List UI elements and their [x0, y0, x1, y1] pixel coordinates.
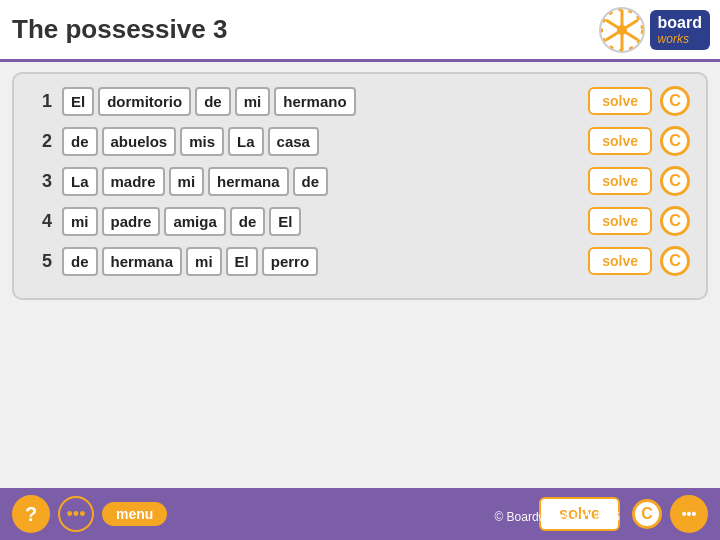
- c-button-2[interactable]: C: [660, 126, 690, 156]
- logo-text-box: board works: [650, 10, 710, 50]
- solve-button-3[interactable]: solve: [588, 167, 652, 195]
- word-tiles-1: El dormitorio de mi hermano: [62, 87, 576, 116]
- copyright-text: © Boardworks Ltd 2005: [494, 510, 620, 524]
- word-tile[interactable]: La: [228, 127, 264, 156]
- word-tile[interactable]: de: [195, 87, 231, 116]
- word-tile[interactable]: La: [62, 167, 98, 196]
- footer-left: ? ••• menu: [12, 495, 167, 533]
- word-tile[interactable]: madre: [102, 167, 165, 196]
- word-tiles-4: mi padre amiga de El: [62, 207, 576, 236]
- word-tile[interactable]: mis: [180, 127, 224, 156]
- footer: ? ••• menu solve C ••• © Boardworks Ltd …: [0, 488, 720, 540]
- word-tile[interactable]: hermana: [208, 167, 289, 196]
- word-tile[interactable]: de: [293, 167, 329, 196]
- svg-point-7: [617, 25, 627, 35]
- word-tile[interactable]: casa: [268, 127, 319, 156]
- solve-button-1[interactable]: solve: [588, 87, 652, 115]
- row-number-3: 3: [30, 171, 52, 192]
- logo-area: board works: [598, 6, 710, 54]
- word-tile[interactable]: amiga: [164, 207, 225, 236]
- word-tile[interactable]: El: [62, 87, 94, 116]
- word-tile[interactable]: El: [226, 247, 258, 276]
- c-button-4[interactable]: C: [660, 206, 690, 236]
- row-number-1: 1: [30, 91, 52, 112]
- word-tiles-2: de abuelos mis La casa: [62, 127, 576, 156]
- header: The possessive 3 board works: [0, 0, 720, 62]
- word-tiles-3: La madre mi hermana de: [62, 167, 576, 196]
- word-tiles-5: de hermana mi El perro: [62, 247, 576, 276]
- main-content: 1 El dormitorio de mi hermano solve C 2 …: [12, 72, 708, 300]
- prev-arrow-button[interactable]: •••: [58, 496, 94, 532]
- word-tile[interactable]: perro: [262, 247, 318, 276]
- next-arrow-button[interactable]: •••: [670, 495, 708, 533]
- word-tile[interactable]: hermana: [102, 247, 183, 276]
- row-number-4: 4: [30, 211, 52, 232]
- question-button[interactable]: ?: [12, 495, 50, 533]
- word-tile[interactable]: de: [230, 207, 266, 236]
- word-tile[interactable]: mi: [235, 87, 271, 116]
- word-tile[interactable]: El: [269, 207, 301, 236]
- global-c-button[interactable]: C: [632, 499, 662, 529]
- word-tile[interactable]: hermano: [274, 87, 355, 116]
- sentence-row-4: 4 mi padre amiga de El solve C: [30, 206, 690, 236]
- logo-wheel-icon: [598, 6, 646, 54]
- row-number-2: 2: [30, 131, 52, 152]
- solve-button-2[interactable]: solve: [588, 127, 652, 155]
- sentence-row-1: 1 El dormitorio de mi hermano solve C: [30, 86, 690, 116]
- word-tile[interactable]: de: [62, 127, 98, 156]
- sentence-row-2: 2 de abuelos mis La casa solve C: [30, 126, 690, 156]
- menu-button[interactable]: menu: [102, 502, 167, 526]
- page-title: The possessive 3: [12, 14, 227, 45]
- word-tile[interactable]: mi: [169, 167, 205, 196]
- logo-board-text: board: [658, 14, 702, 32]
- row-number-5: 5: [30, 251, 52, 272]
- word-tile[interactable]: dormitorio: [98, 87, 191, 116]
- word-tile[interactable]: abuelos: [102, 127, 177, 156]
- c-button-3[interactable]: C: [660, 166, 690, 196]
- sentence-row-3: 3 La madre mi hermana de solve C: [30, 166, 690, 196]
- word-tile[interactable]: mi: [186, 247, 222, 276]
- word-tile[interactable]: de: [62, 247, 98, 276]
- solve-button-4[interactable]: solve: [588, 207, 652, 235]
- word-tile[interactable]: mi: [62, 207, 98, 236]
- c-button-5[interactable]: C: [660, 246, 690, 276]
- word-tile[interactable]: padre: [102, 207, 161, 236]
- c-button-1[interactable]: C: [660, 86, 690, 116]
- sentence-row-5: 5 de hermana mi El perro solve C: [30, 246, 690, 276]
- solve-button-5[interactable]: solve: [588, 247, 652, 275]
- logo-works-text: works: [658, 32, 689, 46]
